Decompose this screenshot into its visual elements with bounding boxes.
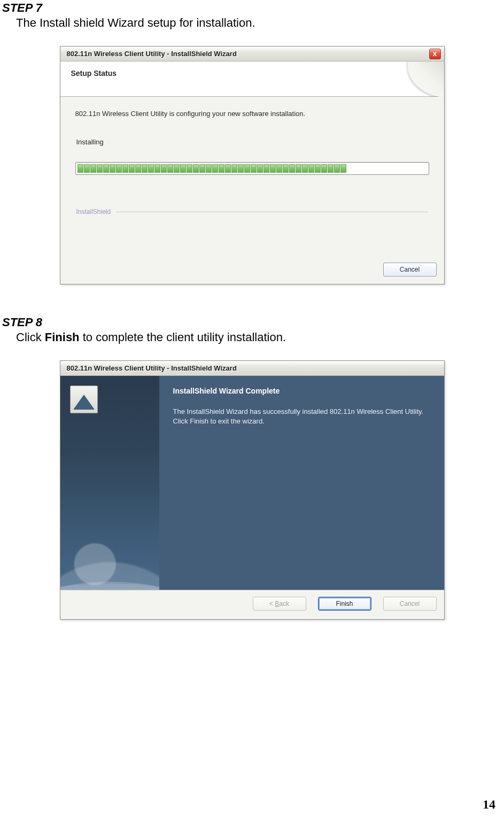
wizard-complete-body: The InstallShield Wizard has successfull… bbox=[173, 407, 430, 426]
step8-heading: STEP 8 bbox=[0, 314, 504, 329]
progress-segment bbox=[212, 164, 218, 173]
progress-segment bbox=[244, 164, 250, 173]
progress-empty bbox=[347, 164, 427, 173]
progress-segment bbox=[238, 164, 244, 173]
progress-segment bbox=[251, 164, 257, 173]
progress-segment bbox=[148, 164, 154, 173]
step7-body: 802.11n Wireless Client Utility is confi… bbox=[60, 97, 444, 257]
progress-segment bbox=[129, 164, 135, 173]
step8-title-text: 802.11n Wireless Client Utility - Instal… bbox=[67, 364, 237, 372]
progress-segment bbox=[116, 164, 122, 173]
progress-segment bbox=[328, 164, 334, 173]
wizard-side-graphic bbox=[60, 376, 159, 590]
progress-segment bbox=[206, 164, 212, 173]
step8-right-pane: InstallShield Wizard Complete The Instal… bbox=[159, 376, 444, 590]
progress-segment bbox=[219, 164, 224, 173]
installshield-divider: InstallShield bbox=[75, 208, 429, 215]
step7-titlebar: 802.11n Wireless Client Utility - Instal… bbox=[60, 47, 444, 61]
progress-segment bbox=[167, 164, 173, 173]
setup-status-label: Setup Status bbox=[71, 69, 433, 78]
installshield-label: InstallShield bbox=[76, 208, 111, 215]
progress-segment bbox=[289, 164, 295, 173]
progress-segment bbox=[340, 164, 346, 173]
progress-segment bbox=[142, 164, 148, 173]
progress-bar bbox=[75, 162, 429, 175]
step8-body: InstallShield Wizard Complete The Instal… bbox=[60, 376, 444, 590]
progress-segment bbox=[103, 164, 109, 173]
step8-dialog: 802.11n Wireless Client Utility - Instal… bbox=[60, 360, 445, 620]
progress-segment bbox=[110, 164, 115, 173]
progress-segment bbox=[302, 164, 308, 173]
progress-segment bbox=[283, 164, 289, 173]
step8-titlebar: 802.11n Wireless Client Utility - Instal… bbox=[60, 361, 444, 376]
back-underline: B bbox=[275, 600, 279, 607]
progress-segment bbox=[270, 164, 276, 173]
back-button: < Back bbox=[253, 597, 306, 611]
close-icon[interactable]: X bbox=[429, 49, 441, 59]
step7-header-band: Setup Status bbox=[60, 61, 444, 97]
step8-button-row: < Back Finish Cancel bbox=[60, 590, 444, 619]
installing-label: Installing bbox=[76, 138, 429, 146]
progress-segment bbox=[90, 164, 96, 173]
wizard-complete-heading: InstallShield Wizard Complete bbox=[173, 387, 430, 395]
progress-segment bbox=[187, 164, 192, 173]
progress-segment bbox=[77, 164, 83, 173]
divider-line bbox=[116, 212, 428, 212]
progress-segment bbox=[315, 164, 321, 173]
progress-segment bbox=[199, 164, 205, 173]
step8-text: Click Finish to complete the client util… bbox=[0, 329, 504, 344]
progress-segment bbox=[276, 164, 282, 173]
progress-segment bbox=[225, 164, 231, 173]
progress-segment bbox=[193, 164, 199, 173]
step7-button-row: Cancel bbox=[60, 257, 444, 284]
step8-text-suffix: to complete the client utility installat… bbox=[80, 330, 286, 344]
step7-dialog: 802.11n Wireless Client Utility - Instal… bbox=[60, 46, 445, 284]
progress-segment bbox=[296, 164, 301, 173]
progress-segment bbox=[308, 164, 314, 173]
progress-segment bbox=[122, 164, 128, 173]
step8-text-prefix: Click bbox=[16, 330, 45, 344]
step7-text: The Install shield Wizard setup for inst… bbox=[0, 15, 504, 30]
cancel-button-step8: Cancel bbox=[383, 597, 437, 611]
progress-segment bbox=[263, 164, 269, 173]
progress-segment bbox=[84, 164, 90, 173]
step7-heading: STEP 7 bbox=[0, 0, 504, 15]
progress-segment bbox=[135, 164, 141, 173]
progress-segment bbox=[97, 164, 103, 173]
progress-segment bbox=[231, 164, 237, 173]
progress-segment bbox=[321, 164, 327, 173]
progress-segment bbox=[174, 164, 180, 173]
progress-segment bbox=[334, 164, 340, 173]
paper-curl-icon bbox=[401, 61, 444, 97]
progress-segment bbox=[257, 164, 263, 173]
finish-button[interactable]: Finish bbox=[318, 597, 371, 611]
back-button-label: < Back bbox=[269, 600, 289, 607]
step8-text-bold: Finish bbox=[45, 330, 80, 344]
page-number: 14 bbox=[483, 797, 495, 812]
step7-message: 802.11n Wireless Client Utility is confi… bbox=[75, 110, 429, 118]
progress-segment bbox=[154, 164, 160, 173]
wizard-logo-icon bbox=[70, 386, 98, 413]
progress-segment bbox=[180, 164, 186, 173]
cancel-button[interactable]: Cancel bbox=[383, 263, 437, 276]
step7-title-text: 802.11n Wireless Client Utility - Instal… bbox=[67, 50, 237, 58]
progress-segment bbox=[161, 164, 167, 173]
wave-graphic bbox=[60, 526, 159, 590]
